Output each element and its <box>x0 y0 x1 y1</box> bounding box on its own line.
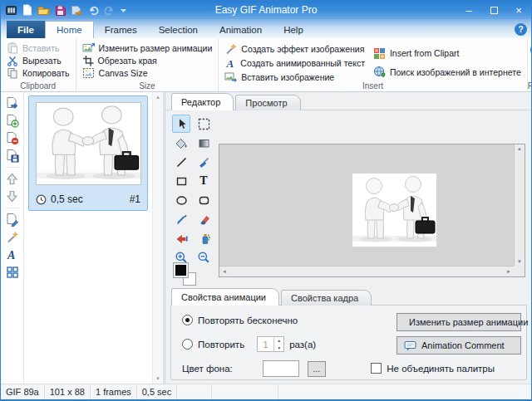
scroll-down-arrow-icon[interactable]: ▼ <box>153 376 163 381</box>
eraser-tool[interactable] <box>195 210 213 228</box>
scroll-up-arrow-icon[interactable]: ▲ <box>153 95 163 100</box>
close-button[interactable]: × <box>506 1 531 19</box>
loop-count-option[interactable]: Повторить 1 ▲ ▼ раз(а) <box>182 336 316 352</box>
maximize-button[interactable] <box>481 1 506 19</box>
open-file-icon[interactable] <box>37 3 50 17</box>
gradient-tool[interactable] <box>195 134 213 152</box>
frame-file-arrow-icon <box>5 96 19 110</box>
frame-effects-button[interactable] <box>2 228 22 246</box>
add-text-button[interactable]: A <box>2 246 22 263</box>
tab-selection[interactable]: Selection <box>148 21 209 38</box>
ribbon-tab-row: File Home Frames Selection Animation Hel… <box>1 19 531 38</box>
foreground-color-swatch[interactable] <box>174 263 188 277</box>
loop-count-stepper[interactable]: 1 ▲ ▼ <box>257 336 284 352</box>
stepper-down-icon[interactable]: ▼ <box>274 345 283 352</box>
undo-icon[interactable] <box>87 3 99 17</box>
tab-frame-properties[interactable]: Свойства кадра <box>281 290 372 306</box>
ellipse-tool[interactable] <box>172 191 190 209</box>
rounded-rectangle-tool[interactable] <box>195 191 213 209</box>
scroll-right-arrow-icon[interactable]: ► <box>506 269 511 274</box>
search-images-web-button[interactable]: Поиск изображений в интернете <box>373 65 521 79</box>
redo-icon[interactable] <box>104 3 116 17</box>
rectangle-tool[interactable] <box>172 172 190 190</box>
palette-option[interactable]: Не объединять палитры <box>371 363 495 374</box>
tab-animation-properties[interactable]: Свойства анимации <box>171 288 279 306</box>
frame-image <box>36 102 141 185</box>
flip-rotate-tool[interactable] <box>172 229 190 247</box>
tab-home[interactable]: Home <box>45 21 94 38</box>
tab-help[interactable]: Help <box>273 21 314 38</box>
scroll-up-arrow-icon[interactable]: ▲ <box>517 146 522 151</box>
bg-color-value[interactable] <box>263 360 299 377</box>
tab-editor[interactable]: Редактор <box>171 93 234 110</box>
loop-count-radio[interactable] <box>182 339 193 350</box>
insert-from-clipart-button[interactable]: Insert from Clipart <box>373 46 521 61</box>
tab-view[interactable]: Просмотр <box>235 95 300 110</box>
help-icon[interactable]: ? <box>515 23 527 36</box>
canvas-horizontal-scrollbar[interactable]: ◄ ► <box>219 266 514 276</box>
palette-checkbox[interactable] <box>371 363 382 374</box>
app-icon[interactable] <box>6 3 17 17</box>
cut-button[interactable]: Вырезать <box>7 54 70 66</box>
add-frame-from-file-button[interactable] <box>2 95 22 112</box>
canvas-image[interactable] <box>352 174 436 247</box>
loop-count-label: Повторить <box>198 340 244 350</box>
frame-delete-icon <box>5 131 19 145</box>
resize-animation-dialog-button[interactable]: Изменить размер анимации <box>397 313 521 331</box>
resize-animation-button[interactable]: Изменить размер анимации <box>82 42 213 54</box>
line-tool[interactable] <box>172 153 190 171</box>
canvas-vertical-scrollbar[interactable]: ▲ ▼ <box>514 144 525 266</box>
move-frame-up-button[interactable] <box>2 170 22 188</box>
rounded-rectangle-icon <box>198 194 210 207</box>
tab-animation[interactable]: Animation <box>209 21 273 38</box>
brush-icon <box>198 156 210 169</box>
animation-comment-button[interactable]: Animation Comment <box>397 336 521 355</box>
quick-access-toolbar <box>1 3 126 17</box>
canvas[interactable]: ▲ ▼ ◄ ► <box>219 144 525 277</box>
animation-properties-body: Повторять бесконечно Повторить 1 ▲ ▼ р <box>170 305 527 380</box>
qat-customize-caret-icon[interactable] <box>121 3 126 17</box>
editor-tabs: Редактор Просмотр <box>171 92 301 110</box>
scroll-left-arrow-icon[interactable]: ◄ <box>222 269 227 274</box>
select-tool[interactable] <box>172 115 190 133</box>
canvas-size-button[interactable]: Canvas Size <box>82 67 213 80</box>
create-animated-text-button[interactable]: A Создать анимированный текст <box>224 56 365 70</box>
file-menu-button[interactable]: File <box>7 21 45 38</box>
scroll-down-arrow-icon[interactable]: ▼ <box>517 259 522 264</box>
canvas-size-icon <box>82 67 95 79</box>
copy-button[interactable]: Копировать <box>7 67 70 80</box>
save-frame-button[interactable] <box>2 147 22 164</box>
spray-tool[interactable] <box>195 229 213 247</box>
text-tool[interactable]: T <box>195 172 213 190</box>
status-filler <box>278 384 531 399</box>
tab-frames[interactable]: Frames <box>94 21 148 38</box>
app-window: Easy GIF Animator Pro – × File Home Fram… <box>0 0 532 401</box>
edit-frame-button[interactable] <box>2 211 22 228</box>
create-image-effect-button[interactable]: Создать эффект изображения <box>224 42 365 56</box>
tile-view-button[interactable] <box>2 263 22 281</box>
ribbon-group-insert: Создать эффект изображения A Создать ани… <box>219 38 527 91</box>
save-icon[interactable] <box>55 3 66 17</box>
frame-thumbnail-1[interactable]: 0,5 sec #1 <box>28 95 148 211</box>
stepper-buttons[interactable]: ▲ ▼ <box>273 337 283 351</box>
gradient-icon <box>198 137 210 149</box>
paste-button[interactable]: Вставить <box>7 42 70 54</box>
loop-count-value: 1 <box>258 337 273 351</box>
bg-color-label: Цвет фона: <box>182 364 233 374</box>
loop-forever-radio[interactable] <box>182 315 193 325</box>
frame-list-scrollbar[interactable]: ▲ ▼ <box>152 92 164 384</box>
stepper-up-icon[interactable]: ▲ <box>274 337 283 345</box>
minimize-button[interactable]: – <box>456 1 481 19</box>
bg-color-browse-button[interactable]: ... <box>308 361 326 377</box>
marquee-select-tool[interactable] <box>195 115 213 133</box>
eyedropper-tool[interactable] <box>172 210 190 228</box>
new-file-icon[interactable] <box>22 3 32 17</box>
move-frame-down-button[interactable] <box>2 188 22 205</box>
brush-tool[interactable] <box>195 153 213 171</box>
crop-button[interactable]: Обрезать края <box>82 54 213 66</box>
fill-tool[interactable] <box>172 134 190 152</box>
loop-forever-option[interactable]: Повторять бесконечно <box>182 315 298 325</box>
export-icon[interactable] <box>71 3 82 17</box>
insert-frame-button[interactable] <box>2 112 22 130</box>
delete-frame-button[interactable] <box>2 130 22 147</box>
